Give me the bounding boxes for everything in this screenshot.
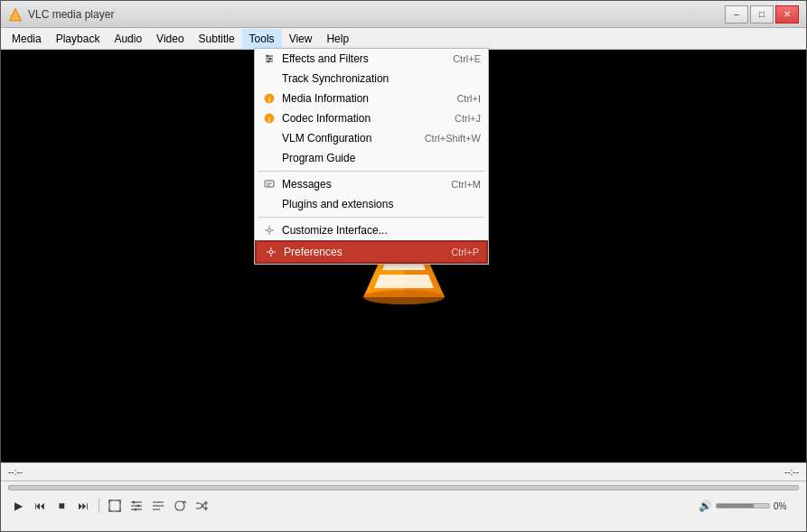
svg-marker-28 — [374, 275, 434, 288]
progress-bar[interactable] — [8, 485, 799, 490]
preferences-label: Preferences — [284, 246, 343, 258]
preferences-shortcut: Ctrl+P — [433, 247, 479, 257]
effects-filters-label: Effects and Filters — [282, 52, 369, 65]
svg-text:i: i — [268, 96, 270, 104]
svg-rect-12 — [265, 181, 274, 187]
window-controls: – □ ✕ — [725, 5, 799, 23]
time-elapsed: --:-- — [8, 467, 404, 477]
svg-point-20 — [269, 250, 273, 254]
program-guide-label: Program Guide — [282, 152, 355, 164]
menu-item-media[interactable]: Media — [5, 29, 49, 49]
sliders-icon — [262, 51, 277, 66]
vlm-config-shortcut: Ctrl+Shift+W — [407, 133, 481, 144]
stop-button[interactable]: ■ — [52, 496, 71, 516]
vlm-icon — [262, 131, 277, 145]
svg-text:i: i — [268, 116, 270, 124]
volume-icon: 🔊 — [699, 499, 712, 512]
separator-1 — [258, 171, 484, 172]
menu-messages[interactable]: Messages Ctrl+M — [255, 174, 488, 194]
plugins-label: Plugins and extensions — [282, 198, 393, 210]
separator-2 — [258, 217, 484, 218]
menu-item-help[interactable]: Help — [319, 29, 356, 49]
effects-filters-shortcut: Ctrl+E — [435, 53, 481, 64]
menu-item-video[interactable]: Video — [149, 29, 191, 49]
volume-slider[interactable] — [716, 503, 770, 509]
menu-program-guide[interactable]: Program Guide — [255, 148, 488, 168]
close-button[interactable]: ✕ — [775, 5, 799, 23]
svg-point-38 — [133, 501, 136, 504]
svg-point-7 — [267, 61, 270, 63]
codec-info-icon: i — [262, 111, 277, 126]
svg-rect-34 — [109, 500, 120, 511]
codec-info-shortcut: Ctrl+J — [436, 113, 481, 124]
fullscreen-button[interactable] — [105, 496, 125, 516]
menu-bar: Media Playback Audio Video Subtitle Tool… — [1, 28, 806, 50]
next-button[interactable]: ⏭ — [73, 496, 93, 516]
minimize-button[interactable]: – — [725, 5, 748, 23]
maximize-button[interactable]: □ — [750, 5, 774, 23]
loop-button[interactable] — [170, 496, 190, 516]
app-window: VLC media player – □ ✕ Media Playback Au… — [0, 0, 807, 532]
menu-item-audio[interactable]: Audio — [107, 29, 149, 49]
messages-shortcut: Ctrl+M — [433, 179, 481, 190]
svg-point-39 — [137, 505, 140, 508]
media-info-label: Media Information — [282, 92, 369, 105]
controls-bar: ▶ ⏮ ■ ⏭ 🔊 0% — [1, 481, 806, 531]
random-button[interactable] — [192, 496, 211, 516]
window-title: VLC media player — [28, 8, 725, 21]
program-guide-icon — [262, 151, 277, 165]
volume-percent: 0% — [774, 501, 799, 511]
menu-item-tools[interactable]: Tools — [242, 29, 282, 49]
media-info-icon: i — [262, 91, 277, 106]
menu-effects-filters[interactable]: Effects and Filters Ctrl+E — [255, 49, 488, 69]
preferences-icon — [264, 245, 278, 259]
plugins-icon — [262, 197, 277, 211]
volume-area: 🔊 0% — [699, 499, 799, 512]
customize-label: Customize Interface... — [282, 224, 388, 237]
time-remaining: --:-- — [404, 467, 800, 477]
customize-icon — [262, 223, 277, 238]
codec-info-label: Codec Information — [282, 112, 371, 125]
status-bar: --:-- --:-- — [1, 462, 806, 481]
menu-item-playback[interactable]: Playback — [49, 29, 108, 49]
messages-icon — [262, 177, 277, 191]
menu-customize[interactable]: Customize Interface... — [255, 220, 488, 240]
menu-track-sync[interactable]: Track Synchronization — [255, 69, 488, 89]
menu-codec-info[interactable]: i Codec Information Ctrl+J — [255, 108, 488, 128]
menu-media-info[interactable]: i Media Information Ctrl+I — [255, 89, 488, 108]
track-sync-icon — [262, 71, 277, 86]
prev-button[interactable]: ⏮ — [30, 496, 50, 516]
vlm-config-label: VLM Configuration — [282, 132, 371, 145]
title-bar: VLC media player – □ ✕ — [1, 1, 806, 28]
menu-preferences[interactable]: Preferences Ctrl+P — [255, 240, 488, 264]
menu-item-subtitle[interactable]: Subtitle — [192, 29, 242, 49]
playlist-button[interactable] — [148, 496, 168, 516]
tools-dropdown: Effects and Filters Ctrl+E Track Synchro… — [254, 48, 489, 265]
separator-controls-1 — [99, 499, 99, 513]
media-info-shortcut: Ctrl+I — [438, 93, 481, 104]
track-sync-label: Track Synchronization — [282, 72, 389, 85]
svg-point-15 — [267, 229, 271, 232]
svg-point-6 — [269, 58, 272, 61]
app-icon — [8, 7, 23, 22]
menu-vlm-config[interactable]: VLM Configuration Ctrl+Shift+W — [255, 128, 488, 148]
controls-row: ▶ ⏮ ■ ⏭ 🔊 0% — [8, 496, 799, 516]
svg-point-5 — [267, 55, 269, 58]
extended-button[interactable] — [127, 496, 146, 516]
menu-item-view[interactable]: View — [282, 29, 320, 49]
menu-plugins[interactable]: Plugins and extensions — [255, 194, 488, 214]
svg-point-30 — [363, 290, 445, 304]
play-button[interactable]: ▶ — [8, 496, 28, 516]
svg-point-40 — [135, 509, 137, 511]
messages-label: Messages — [282, 178, 332, 191]
